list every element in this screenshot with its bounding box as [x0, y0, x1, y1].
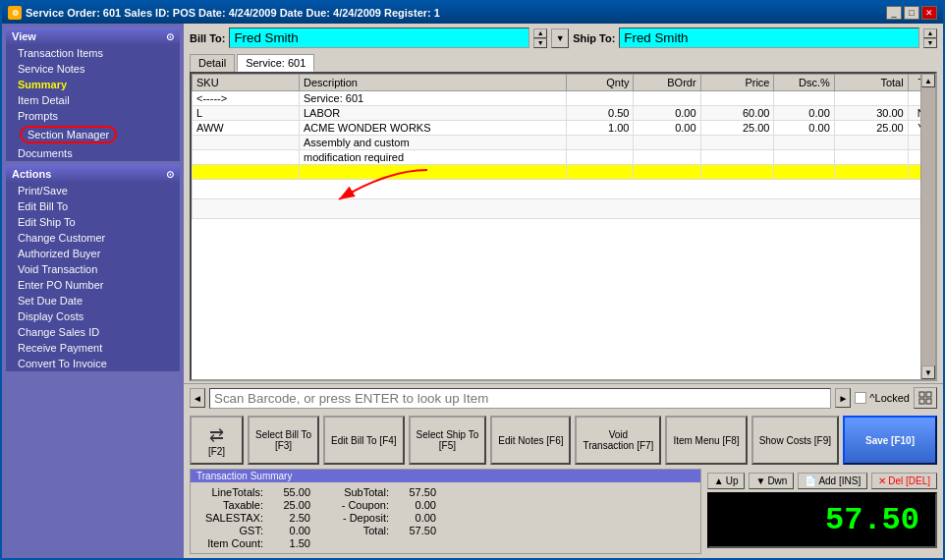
table-row-yellow[interactable] — [193, 165, 935, 180]
tx-col-left: LineTotals: 55.00 Taxable: 25.00 SALESTA… — [195, 486, 310, 549]
sidebar-item-authorized-buyer[interactable]: Authorized Buyer — [6, 246, 180, 261]
sidebar-item-convert-to-invoice[interactable]: Convert To Invoice — [6, 356, 180, 371]
sidebar-item-change-customer[interactable]: Change Customer — [6, 230, 180, 246]
coupon-value: 0.00 — [397, 499, 436, 511]
item-count-label: Item Count: — [195, 537, 263, 549]
up-arrow-icon: ▲ — [714, 476, 724, 486]
section-manager-label: Section Manager — [20, 126, 117, 143]
ship-to-down-arrow[interactable]: ▼ — [923, 38, 937, 48]
scroll-track — [921, 87, 935, 365]
view-chevron-icon[interactable]: ⊙ — [166, 31, 174, 42]
close-button[interactable]: ✕ — [921, 6, 937, 20]
sidebar-item-section-manager[interactable]: Section Manager — [6, 124, 180, 145]
col-sku: SKU — [193, 75, 300, 91]
svg-rect-2 — [926, 392, 931, 397]
up-label: Up — [726, 476, 739, 486]
barcode-input[interactable] — [209, 388, 831, 409]
sidebar-item-service-notes[interactable]: Service Notes — [6, 61, 180, 77]
bill-to-label: Bill To: — [190, 32, 225, 44]
sidebar-item-transaction-items[interactable]: Transaction Items — [6, 45, 180, 61]
sidebar-item-summary[interactable]: Summary — [6, 77, 180, 92]
tx-summary-header: Transaction Summary — [191, 470, 700, 482]
item-menu-button[interactable]: Item Menu [F8] — [665, 416, 747, 465]
barcode-next-button[interactable]: ► — [835, 388, 851, 408]
grid-button[interactable] — [914, 387, 937, 409]
sidebar-item-item-detail[interactable]: Item Detail — [6, 92, 180, 108]
content-area: Bill To: ▲ ▼ ▼ Ship To: ▲ ▼ Detail Servi… — [184, 24, 943, 558]
line-totals-value: 55.00 — [271, 486, 310, 498]
down-button[interactable]: ▼ Dwn — [749, 473, 794, 489]
subtotal-label: SubTotal: — [320, 486, 389, 498]
action-buttons-row: ⇄ [F2] Select Bill To[F3] Edit Bill To [… — [184, 412, 943, 469]
sidebar-item-change-sales-id[interactable]: Change Sales ID — [6, 324, 180, 340]
nav-row: ▲ Up ▼ Dwn 📄 Add [INS] ✕ — [707, 473, 937, 489]
tx-row-salestax: SALESTAX: 2.50 — [195, 512, 310, 524]
table-scrollbar: ▲ ▼ — [920, 74, 935, 379]
sidebar-item-edit-bill-to[interactable]: Edit Bill To — [6, 198, 180, 214]
sidebar-item-documents[interactable]: Documents — [6, 145, 180, 161]
restore-button[interactable]: □ — [904, 6, 919, 20]
actions-header: Actions ⊙ — [6, 165, 180, 183]
select-ship-to-button[interactable]: Select Ship To[F5] — [409, 416, 487, 465]
total-display: 57.50 — [707, 492, 937, 548]
ship-to-up-arrow[interactable]: ▲ — [923, 28, 937, 38]
table-row[interactable]: L LABOR 0.50 0.00 60.00 0.00 30.00 N — [193, 106, 935, 121]
sidebar-item-display-costs[interactable]: Display Costs — [6, 308, 180, 324]
cell-desc: ACME WONDER WORKS — [299, 121, 566, 136]
sidebar-item-enter-po-number[interactable]: Enter PO Number — [6, 277, 180, 293]
bottom-area: Transaction Summary LineTotals: 55.00 Ta… — [184, 469, 943, 558]
sidebar-item-prompts[interactable]: Prompts — [6, 108, 180, 124]
edit-bill-to-button[interactable]: Edit Bill To [F4] — [323, 416, 405, 465]
bill-to-combo-btn[interactable]: ▼ — [551, 28, 569, 48]
main-window: ⚙ Service Order: 601 Sales ID: POS Date:… — [0, 0, 945, 560]
line-totals-label: LineTotals: — [195, 486, 263, 498]
ship-to-input[interactable] — [619, 28, 919, 48]
gst-label: GST: — [195, 525, 263, 536]
sidebar-item-set-due-date[interactable]: Set Due Date — [6, 293, 180, 308]
save-button[interactable]: Save [F10] — [843, 416, 937, 465]
actions-chevron-icon[interactable]: ⊙ — [166, 169, 174, 180]
add-button[interactable]: 📄 Add [INS] — [798, 473, 867, 489]
show-costs-button[interactable]: Show Costs [F9] — [751, 416, 839, 465]
void-transaction-button[interactable]: VoidTransaction [F7] — [575, 416, 661, 465]
cell-sku: L — [193, 106, 300, 121]
col-price: Price — [700, 75, 774, 91]
bill-to-down-arrow[interactable]: ▼ — [533, 38, 547, 48]
tx-row-taxable: Taxable: 25.00 — [195, 499, 310, 511]
svg-rect-1 — [919, 392, 924, 397]
cell-desc: LABOR — [299, 106, 566, 121]
locked-label: ^Locked — [869, 392, 910, 404]
sidebar-item-edit-ship-to[interactable]: Edit Ship To — [6, 214, 180, 230]
edit-notes-button[interactable]: Edit Notes [F6] — [490, 416, 571, 465]
scroll-down-arrow[interactable]: ▼ — [921, 365, 935, 379]
table-row[interactable]: AWW ACME WONDER WORKS 1.00 0.00 25.00 0.… — [193, 121, 935, 136]
sidebar-item-void-transaction[interactable]: Void Transaction — [6, 261, 180, 277]
view-header: View ⊙ — [6, 28, 180, 45]
select-bill-to-button[interactable]: Select Bill To[F3] — [248, 416, 319, 465]
locked-checkbox[interactable] — [855, 392, 866, 404]
col-dsc: Dsc.% — [774, 75, 834, 91]
table-row[interactable]: modification required — [193, 150, 935, 165]
tab-detail[interactable]: Detail — [190, 54, 235, 72]
total-value: 57.50 — [397, 525, 436, 536]
f2-button[interactable]: ⇄ [F2] — [190, 416, 244, 465]
locked-check: ^Locked — [855, 392, 910, 404]
scroll-up-arrow[interactable]: ▲ — [921, 74, 935, 87]
sidebar-item-print-save[interactable]: Print/Save — [6, 183, 180, 198]
sidebar: View ⊙ Transaction Items Service Notes S… — [2, 24, 184, 558]
barcode-prev-button[interactable]: ◄ — [190, 388, 205, 408]
minimize-button[interactable]: _ — [886, 6, 902, 20]
table-row[interactable]: <-----> Service: 601 — [193, 91, 935, 106]
bill-to-up-arrow[interactable]: ▲ — [533, 28, 547, 38]
up-button[interactable]: ▲ Up — [707, 473, 746, 489]
sidebar-item-receive-payment[interactable]: Receive Payment — [6, 340, 180, 356]
bill-to-input[interactable] — [229, 28, 529, 48]
cell-desc: Service: 601 — [299, 91, 566, 106]
barcode-row: ◄ ► ^Locked — [184, 383, 943, 412]
table-row-empty — [193, 199, 935, 219]
data-table: SKU Description Qnty BOrdr Price Dsc.% T… — [192, 74, 935, 219]
view-section: View ⊙ Transaction Items Service Notes S… — [6, 28, 180, 161]
table-row[interactable]: Assembly and custom — [193, 136, 935, 150]
delete-button[interactable]: ✕ Del [DEL] — [871, 473, 937, 489]
tab-service-601[interactable]: Service: 601 — [237, 54, 314, 72]
